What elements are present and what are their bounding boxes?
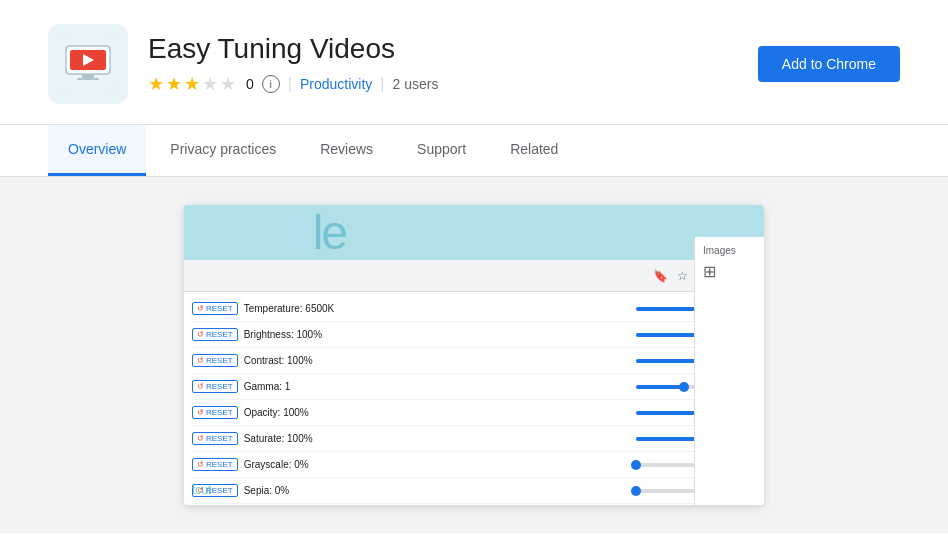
user-count: 2 users [392, 76, 438, 92]
control-row: ↺ RESET Opacity: 100% [192, 400, 756, 426]
control-row: ↺ RESET Invert: 0% [192, 504, 756, 505]
category-link[interactable]: Productivity [300, 76, 372, 92]
star-5: ★ [220, 73, 236, 95]
app-icon-svg [60, 36, 116, 92]
reset-button-6[interactable]: ↺ RESET [192, 458, 238, 471]
reset-button-2[interactable]: ↺ RESET [192, 354, 238, 367]
control-label-0: Temperature: 6500K [244, 303, 630, 314]
control-row: ↺ RESET Grayscale: 0% [192, 452, 756, 478]
control-label-7: Sepia: 0% [244, 485, 630, 496]
bookmark-toolbar-icon: 🔖 [652, 268, 668, 284]
images-panel: Images ⊞ [694, 237, 764, 505]
reset-icon-1: ↺ [197, 330, 204, 339]
star-rating: ★ ★ ★ ★ ★ [148, 73, 236, 95]
app-meta: ★ ★ ★ ★ ★ 0 i | Productivity | 2 users [148, 73, 738, 95]
reset-icon-2: ↺ [197, 356, 204, 365]
tab-related[interactable]: Related [490, 125, 578, 176]
control-label-3: Gamma: 1 [244, 381, 630, 392]
reset-button-0[interactable]: ↺ RESET [192, 302, 238, 315]
app-header: Easy Tuning Videos ★ ★ ★ ★ ★ 0 i | Produ… [0, 0, 948, 125]
reset-icon-3: ↺ [197, 382, 204, 391]
reset-button-1[interactable]: ↺ RESET [192, 328, 238, 341]
app-title: Easy Tuning Videos [148, 33, 738, 65]
nav-tabs: Overview Privacy practices Reviews Suppo… [0, 125, 948, 177]
controls-list: ↺ RESET Temperature: 6500K ↺ RESET Brigh… [184, 292, 764, 505]
reset-button-5[interactable]: ↺ RESET [192, 432, 238, 445]
star-1: ★ [148, 73, 164, 95]
reset-button-3[interactable]: ↺ RESET [192, 380, 238, 393]
app-icon [48, 24, 128, 104]
control-row: ↺ RESET Sepia: 0% [192, 478, 756, 504]
slider-thumb-3 [679, 382, 689, 392]
app-icon-wrapper [48, 24, 128, 104]
reset-icon-6: ↺ [197, 460, 204, 469]
control-row: ↺ RESET Saturate: 100% [192, 426, 756, 452]
reset-icon-5: ↺ [197, 434, 204, 443]
separator-2: | [380, 75, 384, 93]
slider-thumb-6 [631, 460, 641, 470]
slider-fill-3 [636, 385, 684, 389]
screenshot-bottom-text: tcut [192, 483, 211, 497]
screenshot-container: le 🔖 ☆ 🧩 ↑ ⊞ ↺ RESET Temperature: 6500K [184, 205, 764, 505]
reset-icon-0: ↺ [197, 304, 204, 313]
rating-count: 0 [246, 76, 254, 92]
reset-icon-4: ↺ [197, 408, 204, 417]
svg-rect-4 [82, 74, 94, 78]
reset-button-4[interactable]: ↺ RESET [192, 406, 238, 419]
control-row: ↺ RESET Temperature: 6500K [192, 296, 756, 322]
tab-overview[interactable]: Overview [48, 125, 146, 176]
add-to-chrome-button[interactable]: Add to Chrome [758, 46, 900, 82]
slider-thumb-7 [631, 486, 641, 496]
control-label-1: Brightness: 100% [244, 329, 630, 340]
tab-privacy[interactable]: Privacy practices [150, 125, 296, 176]
control-label-5: Saturate: 100% [244, 433, 630, 444]
control-label-6: Grayscale: 0% [244, 459, 630, 470]
star-toolbar-icon: ☆ [674, 268, 690, 284]
svg-rect-5 [77, 78, 99, 80]
screenshot-left-area: le [184, 205, 354, 260]
control-label-2: Contrast: 100% [244, 355, 630, 366]
control-row: ↺ RESET Contrast: 100% [192, 348, 756, 374]
control-row: ↺ RESET Brightness: 100% [192, 322, 756, 348]
separator-1: | [288, 75, 292, 93]
star-2: ★ [166, 73, 182, 95]
images-grid-icon: ⊞ [703, 262, 756, 281]
images-label: Images [703, 245, 756, 256]
tab-reviews[interactable]: Reviews [300, 125, 393, 176]
content-area: le 🔖 ☆ 🧩 ↑ ⊞ ↺ RESET Temperature: 6500K [0, 177, 948, 533]
app-info: Easy Tuning Videos ★ ★ ★ ★ ★ 0 i | Produ… [148, 33, 738, 95]
info-icon[interactable]: i [262, 75, 280, 93]
control-row: ↺ RESET Gamma: 1 [192, 374, 756, 400]
tab-support[interactable]: Support [397, 125, 486, 176]
star-4: ★ [202, 73, 218, 95]
star-3: ★ [184, 73, 200, 95]
screenshot-controls-panel: 🔖 ☆ 🧩 ↑ ⊞ ↺ RESET Temperature: 6500K ↺ R… [184, 260, 764, 505]
chrome-toolbar: 🔖 ☆ 🧩 ↑ ⊞ [184, 260, 764, 292]
control-label-4: Opacity: 100% [244, 407, 630, 418]
screenshot-left-text: le [313, 205, 346, 260]
